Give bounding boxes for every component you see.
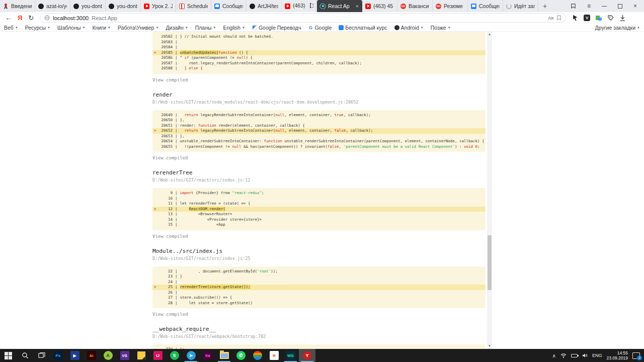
bookmark-item-книги[interactable]: Книги▼: [92, 25, 110, 31]
taskbar-android-studio-icon[interactable]: A: [100, 349, 116, 362]
bookmark-item-english[interactable]: English▼: [223, 25, 245, 31]
line-gutter: >25|: [152, 285, 180, 290]
current-line-arrow: [152, 269, 157, 275]
tab-15[interactable]: Идёт загру: [503, 0, 538, 12]
taskbar-visual-studio-icon[interactable]: VS: [116, 349, 133, 362]
tab-14[interactable]: Сообщени: [468, 0, 503, 12]
tab-1[interactable]: Введение: [0, 0, 35, 12]
menu-icon[interactable]: ≡: [587, 0, 591, 12]
gutter-bar: |: [173, 34, 180, 40]
new-tab-button[interactable]: +: [538, 0, 551, 12]
tab-close-icon[interactable]: ×: [355, 3, 359, 9]
bookmark-flag-icon[interactable]: [556, 15, 561, 21]
battery-icon[interactable]: [571, 354, 578, 357]
volume-icon[interactable]: [582, 353, 588, 358]
scroll-up-arrow[interactable]: ▲: [487, 32, 492, 37]
vk-helper-extension-icon[interactable]: V: [584, 15, 590, 21]
taskbar-whatsapp-icon[interactable]: ✆: [232, 349, 249, 362]
minimize-button[interactable]: [602, 6, 607, 7]
close-button[interactable]: ×: [633, 0, 637, 12]
code-segment: [180, 207, 189, 211]
translate-icon[interactable]: Aя: [548, 16, 553, 21]
tab-8[interactable]: ArtJH/test: [247, 0, 282, 12]
taskbar-photoshop-icon[interactable]: Ps: [50, 349, 66, 362]
taskbar-yandex-icon[interactable]: Я: [266, 349, 282, 362]
taskbar-explorer-icon[interactable]: [216, 349, 232, 362]
tab-9[interactable]: (463) 【1 Но: [282, 0, 317, 12]
taskbar-task-view-icon[interactable]: [33, 349, 50, 362]
bookmark-item-бесплатный-курс[interactable]: Бесплатный курс: [339, 25, 387, 31]
illustrator-glyph: Ai: [87, 351, 96, 360]
bookmark-item-google[interactable]: Google: [308, 25, 332, 31]
taskbar-rainbow-app-icon[interactable]: [249, 349, 266, 362]
view-compiled-link[interactable]: View compiled: [152, 77, 486, 82]
scroll-down-arrow[interactable]: ▼: [487, 343, 492, 349]
bookmark-item-android[interactable]: Android▼: [394, 25, 424, 31]
view-compiled-link[interactable]: View compiled: [152, 155, 486, 160]
taskbar-illustrator-icon[interactable]: Ai: [83, 349, 100, 362]
bookmark-item-позже[interactable]: Позже▼: [431, 25, 451, 31]
tab-12[interactable]: Вакансия F: [397, 0, 433, 12]
bookmark-item-веб[interactable]: Веб▼: [4, 25, 18, 31]
download-icon[interactable]: [619, 15, 626, 21]
other-bookmarks-button[interactable]: Другие закладки ▼: [595, 25, 640, 31]
panel-flag-icon[interactable]: [571, 4, 576, 9]
wifi-icon[interactable]: [560, 353, 567, 358]
tab-4[interactable]: you-dont-k: [106, 0, 141, 12]
page-title-text: React App: [92, 15, 117, 21]
tab-13[interactable]: Резюме Jun: [433, 0, 468, 12]
code-segment: null: [275, 113, 284, 117]
maximize-button[interactable]: [618, 4, 622, 9]
refresh-button[interactable]: ↻: [28, 15, 34, 21]
taskbar-spotify-icon[interactable]: S: [166, 349, 183, 362]
current-line-arrow: [152, 40, 157, 45]
tab-10[interactable]: React Ap×: [317, 0, 362, 12]
taskbar-intellij-idea-icon[interactable]: IJ: [149, 349, 166, 362]
taskbar-search-icon[interactable]: [17, 349, 33, 362]
taskbar-telegram-icon[interactable]: ➤: [183, 349, 199, 362]
line-number: 22: [157, 269, 173, 275]
bookmark-item-планы[interactable]: Планы▼: [195, 25, 216, 31]
bookmark-item-дизайн[interactable]: Дизайн▼: [166, 25, 188, 31]
taskbar-adobe-xd-icon[interactable]: Xd: [199, 349, 216, 362]
view-compiled-link[interactable]: View compiled: [152, 234, 486, 239]
tab-5[interactable]: Урок 2. Jav: [141, 0, 176, 12]
pointer-extension-icon[interactable]: [572, 15, 579, 21]
current-line-arrow: [152, 191, 157, 196]
bookmark-item-шаблоны[interactable]: Шаблоны▼: [57, 25, 85, 31]
address-bar[interactable]: localhost:3000 React App Aя: [40, 13, 566, 23]
taskbar-yandex-browser-icon[interactable]: Y: [299, 349, 315, 362]
yandex-logo[interactable]: Я: [18, 14, 22, 22]
tab-title: Сообщени: [222, 3, 243, 9]
bookmark-item-работа-универ[interactable]: Работа\Универ▼: [118, 25, 159, 31]
cashback-extension-icon[interactable]: ?: [595, 15, 602, 21]
tray-chevron-icon[interactable]: ∧: [552, 353, 556, 358]
code-text: return legacyRenderSubtreeIntoContainer(…: [180, 113, 371, 118]
code-segment: unbatchedUpdates(: [180, 50, 219, 55]
tab-3[interactable]: you-dont-k: [70, 0, 106, 12]
bookmark-label: Android: [401, 25, 419, 31]
taskbar-video-editor-icon[interactable]: ▶: [66, 349, 83, 362]
current-line-arrow: [152, 290, 157, 296]
code-segment: , element, container,: [284, 128, 334, 133]
code-segment: function: [218, 50, 236, 55]
taskbar-webstorm-icon[interactable]: WS: [282, 349, 299, 362]
tab-11[interactable]: (463) 45 - Р: [362, 0, 397, 12]
view-compiled-link[interactable]: View compiled: [152, 312, 486, 317]
action-center-icon[interactable]: 2: [632, 352, 640, 359]
tag-extension-icon[interactable]: [607, 15, 614, 21]
tab-7[interactable]: Сообщени: [211, 0, 247, 12]
taskbar-start-button[interactable]: [0, 349, 17, 362]
tab-2[interactable]: azat-io/you: [35, 0, 70, 12]
browser-window: Введениеazat-io/youyou-dont-kyou-dont-kУ…: [0, 0, 644, 362]
bookmark-item-ресурсы[interactable]: Ресурсы▼: [25, 25, 50, 31]
back-button[interactable]: ←: [5, 15, 12, 21]
vertical-scrollbar[interactable]: ▲ ▼: [487, 32, 492, 349]
bookmark-item-google-переводч[interactable]: Google Переводч: [252, 25, 301, 31]
language-indicator[interactable]: ENG: [592, 353, 602, 358]
tab-6[interactable]: Schedule II: [176, 0, 211, 12]
scrollbar-thumb[interactable]: [488, 235, 492, 290]
taskbar-clock[interactable]: 14:55 23.09.2019: [606, 350, 628, 360]
gutter-bar: |: [173, 301, 180, 306]
taskbar-sticky-notes-icon[interactable]: [133, 349, 149, 362]
